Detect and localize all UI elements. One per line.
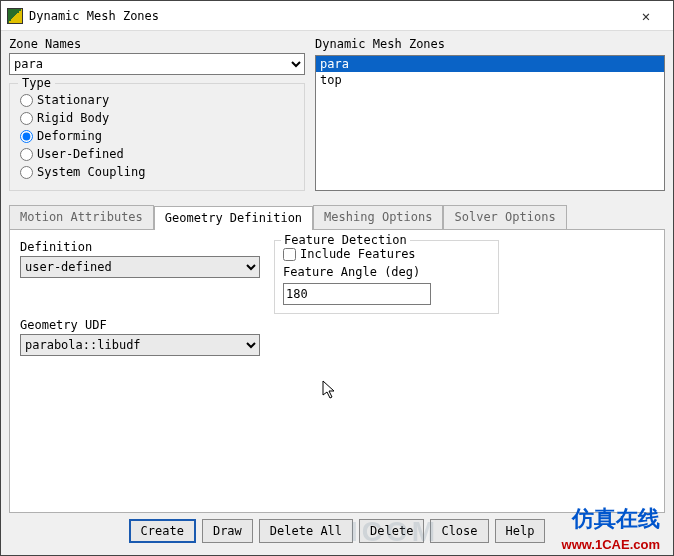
close-icon[interactable]: ✕ xyxy=(625,8,667,24)
feature-angle-input[interactable] xyxy=(283,283,431,305)
radio-user-defined-label: User-Defined xyxy=(37,147,124,161)
help-button[interactable]: Help xyxy=(495,519,546,543)
delete-all-button[interactable]: Delete All xyxy=(259,519,353,543)
radio-system-coupling-label: System Coupling xyxy=(37,165,145,179)
radio-system-coupling[interactable]: System Coupling xyxy=(20,164,294,180)
zone-listbox[interactable]: para top xyxy=(315,55,665,191)
definition-label: Definition xyxy=(20,240,260,254)
window-title: Dynamic Mesh Zones xyxy=(29,9,625,23)
radio-stationary[interactable]: Stationary xyxy=(20,92,294,108)
create-button[interactable]: Create xyxy=(129,519,196,543)
app-icon xyxy=(7,8,23,24)
feature-detection-group: Feature Detection Include Features Featu… xyxy=(274,240,499,314)
type-legend: Type xyxy=(18,76,55,90)
dialog-window: Dynamic Mesh Zones ✕ Zone Names para Typ… xyxy=(0,0,674,556)
tab-solver-options[interactable]: Solver Options xyxy=(443,205,566,229)
delete-button[interactable]: Delete xyxy=(359,519,424,543)
tab-motion-attributes[interactable]: Motion Attributes xyxy=(9,205,154,229)
zone-names-combo[interactable]: para xyxy=(9,53,305,75)
type-groupbox: Type Stationary Rigid Body Deforming xyxy=(9,83,305,191)
list-item[interactable]: para xyxy=(316,56,664,72)
watermark-brand: 仿真在线 xyxy=(572,504,660,534)
zone-names-label: Zone Names xyxy=(9,37,305,51)
feature-angle-label: Feature Angle (deg) xyxy=(283,265,490,279)
tabstrip: Motion Attributes Geometry Definition Me… xyxy=(9,205,665,229)
tab-page-geometry: Definition user-defined Geometry UDF par… xyxy=(9,229,665,513)
tab-meshing-options[interactable]: Meshing Options xyxy=(313,205,443,229)
include-features-checkbox[interactable]: Include Features xyxy=(283,247,490,261)
radio-rigid-body-label: Rigid Body xyxy=(37,111,109,125)
radio-deforming-label: Deforming xyxy=(37,129,102,143)
geometry-udf-combo[interactable]: parabola::libudf xyxy=(20,334,260,356)
radio-stationary-label: Stationary xyxy=(37,93,109,107)
tab-geometry-definition[interactable]: Geometry Definition xyxy=(154,206,313,230)
radio-rigid-body[interactable]: Rigid Body xyxy=(20,110,294,126)
list-item[interactable]: top xyxy=(316,72,664,88)
watermark-url: www.1CAE.com xyxy=(562,537,660,552)
radio-user-defined[interactable]: User-Defined xyxy=(20,146,294,162)
feature-detection-legend: Feature Detection xyxy=(281,233,410,247)
include-features-label: Include Features xyxy=(300,247,416,261)
geometry-udf-label: Geometry UDF xyxy=(20,318,260,332)
titlebar: Dynamic Mesh Zones ✕ xyxy=(1,1,673,31)
close-button[interactable]: Close xyxy=(430,519,488,543)
zone-list-label: Dynamic Mesh Zones xyxy=(315,37,665,51)
dialog-content: Zone Names para Type Stationary Rigid Bo… xyxy=(1,31,673,555)
radio-deforming[interactable]: Deforming xyxy=(20,128,294,144)
definition-combo[interactable]: user-defined xyxy=(20,256,260,278)
draw-button[interactable]: Draw xyxy=(202,519,253,543)
